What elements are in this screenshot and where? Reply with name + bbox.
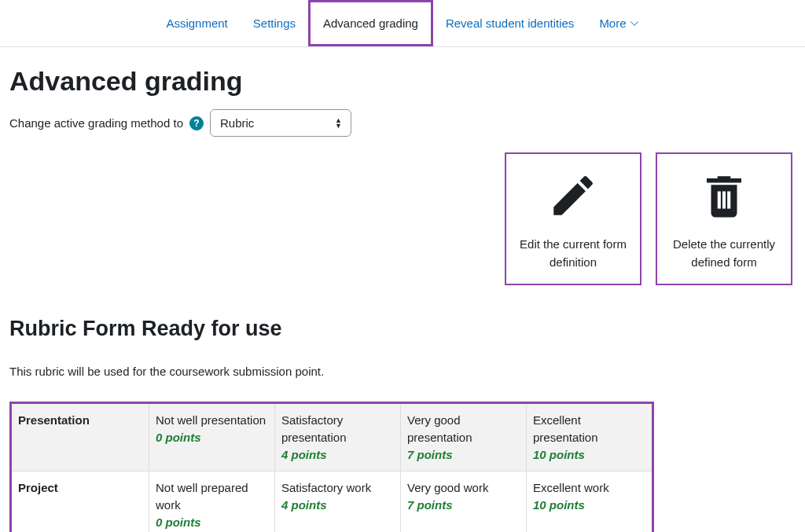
rubric-level[interactable]: Very good presentation 7 points: [401, 404, 527, 471]
level-points: 0 points: [156, 429, 268, 446]
rubric-level[interactable]: Satisfactory presentation 4 points: [275, 404, 401, 471]
rubric-level[interactable]: Satisfactory work 4 points: [275, 471, 401, 532]
rubric-table: Presentation Not well presentation 0 poi…: [9, 402, 654, 532]
action-cards: Edit the current form definition Delete …: [9, 152, 796, 285]
tab-assignment[interactable]: Assignment: [153, 2, 240, 44]
rubric-level[interactable]: Not well prepared work 0 points: [149, 471, 275, 532]
trash-icon: [698, 170, 750, 225]
edit-form-button[interactable]: Edit the current form definition: [505, 152, 641, 285]
rubric-level[interactable]: Excellent work 10 points: [527, 471, 652, 532]
grading-method-select-wrap: Rubric ▲▼: [210, 109, 351, 137]
level-points: 4 points: [281, 497, 394, 514]
tab-more-label: More: [599, 17, 626, 30]
edit-form-label: Edit the current form definition: [516, 236, 630, 271]
level-desc: Not well prepared work: [156, 479, 268, 514]
tab-more[interactable]: More: [586, 2, 651, 44]
top-nav: Assignment Settings Advanced grading Rev…: [0, 0, 805, 47]
pencil-icon: [547, 170, 599, 225]
delete-form-label: Delete the currently defined form: [667, 236, 781, 271]
rubric-description: This rubric will be used for the coursew…: [9, 365, 796, 378]
help-icon[interactable]: ?: [189, 116, 204, 130]
rubric-level[interactable]: Excellent presentation 10 points: [527, 404, 652, 471]
page-title: Advanced grading: [9, 66, 796, 97]
grading-method-row: Change active grading method to ? Rubric…: [9, 109, 796, 137]
level-points: 10 points: [533, 446, 645, 464]
rubric-row: Presentation Not well presentation 0 poi…: [12, 404, 652, 471]
level-desc: Not well presentation: [156, 412, 268, 429]
tab-settings[interactable]: Settings: [241, 2, 308, 44]
level-desc: Satisfactory presentation: [281, 412, 394, 446]
grading-method-select[interactable]: Rubric: [210, 109, 351, 137]
rubric-row: Project Not well prepared work 0 points …: [12, 471, 652, 532]
level-points: 0 points: [156, 514, 268, 531]
grading-method-label: Change active grading method to: [9, 116, 183, 130]
level-points: 7 points: [407, 497, 520, 514]
chevron-down-icon: [630, 19, 639, 28]
main-content: Advanced grading Change active grading m…: [0, 47, 805, 532]
level-desc: Very good presentation: [407, 412, 520, 446]
criterion-name: Presentation: [12, 404, 149, 471]
tab-reveal-identities[interactable]: Reveal student identities: [433, 2, 586, 44]
level-desc: Satisfactory work: [281, 479, 394, 497]
delete-form-button[interactable]: Delete the currently defined form: [656, 152, 792, 285]
level-points: 7 points: [407, 446, 520, 464]
level-points: 4 points: [281, 446, 394, 464]
rubric-level[interactable]: Very good work 7 points: [401, 471, 527, 532]
tab-advanced-grading[interactable]: Advanced grading: [308, 0, 433, 46]
level-points: 10 points: [533, 497, 645, 514]
level-desc: Excellent presentation: [533, 412, 645, 446]
rubric-heading: Rubric Form Ready for use: [9, 317, 796, 341]
criterion-name: Project: [12, 471, 149, 532]
level-desc: Very good work: [407, 479, 520, 497]
level-desc: Excellent work: [533, 479, 645, 497]
rubric-level[interactable]: Not well presentation 0 points: [149, 404, 275, 471]
